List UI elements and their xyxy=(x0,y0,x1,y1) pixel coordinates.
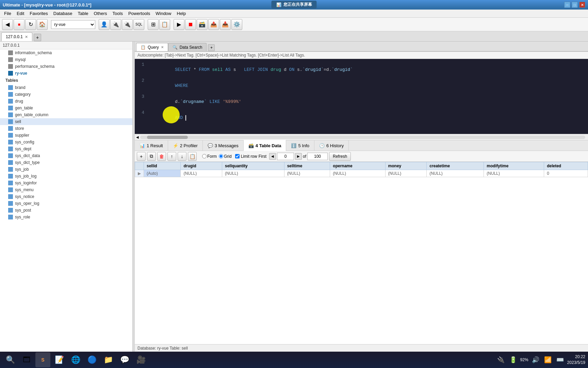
delete-row-button[interactable]: 🗑 xyxy=(157,152,166,161)
sidebar-item-brand[interactable]: brand xyxy=(0,84,132,91)
cell-deleted[interactable]: 0 xyxy=(544,170,588,177)
col-header-money[interactable]: money xyxy=(385,162,427,170)
sidebar-item-supplier[interactable]: supplier xyxy=(0,132,132,139)
taskbar-app-editor[interactable]: 📝 xyxy=(52,352,67,367)
sidebar-item-store[interactable]: store xyxy=(0,125,132,132)
connection-tab-1[interactable]: 127.0.0.1 ✕ xyxy=(1,32,32,41)
refresh-button[interactable]: Refresh xyxy=(329,152,351,161)
sidebar-item-ry-vue[interactable]: ry-vue xyxy=(0,70,132,77)
db-selector[interactable]: ry-vue xyxy=(51,20,95,29)
import-button[interactable]: 📥 xyxy=(220,19,231,30)
stop-query-button[interactable]: ⏹ xyxy=(185,19,196,30)
close-button[interactable]: ✕ xyxy=(579,2,585,8)
network-icon[interactable]: 📶 xyxy=(543,355,553,365)
form-radio-label[interactable]: Form xyxy=(202,154,217,159)
taskbar-app-zoom[interactable]: 🎥 xyxy=(133,352,148,367)
taskbar-app-ide[interactable]: 🔵 xyxy=(84,352,99,367)
refresh-button[interactable]: ↻ xyxy=(25,19,36,30)
taskbar-app-1[interactable]: 🗔 xyxy=(19,352,34,367)
form-button[interactable]: 📋 xyxy=(159,19,170,30)
scroll-left-button[interactable]: ◀ xyxy=(136,135,139,139)
sidebar-item-sys-loginfor[interactable]: sys_loginfor xyxy=(0,180,132,186)
sidebar-item-sys-config[interactable]: sys_config xyxy=(0,139,132,145)
nav-current-input[interactable] xyxy=(277,153,294,160)
tab-history[interactable]: 🕒 6 History xyxy=(314,140,349,151)
menu-database[interactable]: Database xyxy=(51,10,75,17)
export-button[interactable]: 📤 xyxy=(208,19,219,30)
keyboard-icon[interactable]: ⌨️ xyxy=(555,355,565,365)
grid-button[interactable]: ⊞ xyxy=(148,19,159,30)
sidebar-item-gen-table[interactable]: gen_table xyxy=(0,105,132,111)
sidebar-item-sys-dict-type[interactable]: sys_dict_type xyxy=(0,159,132,166)
menu-help[interactable]: Help xyxy=(174,10,189,17)
cell-opername[interactable]: (NULL) xyxy=(330,170,385,177)
tab-profiler[interactable]: ⚡ 2 Profiler xyxy=(168,140,203,151)
start-button[interactable]: 🔍 xyxy=(3,352,18,367)
cell-modifytime[interactable]: (NULL) xyxy=(484,170,544,177)
taskbar-app-sql[interactable]: S xyxy=(35,352,50,367)
col-header-modifytime[interactable]: modifytime xyxy=(484,162,544,170)
menu-others[interactable]: Others xyxy=(91,10,110,17)
table-view-button[interactable]: 🗃️ xyxy=(197,19,208,30)
close-tab-1-button[interactable]: ✕ xyxy=(25,35,28,39)
sidebar-item-sys-job-log[interactable]: sys_job_log xyxy=(0,173,132,180)
nav-next-button[interactable]: ▶ xyxy=(295,153,302,160)
disconnect-button[interactable]: 🔌 xyxy=(122,19,133,30)
sidebar-item-category[interactable]: category xyxy=(0,91,132,98)
add-row-button[interactable]: + xyxy=(137,152,146,161)
user-button[interactable]: 👤 xyxy=(99,19,110,30)
col-header-deleted[interactable]: deleted xyxy=(544,162,588,170)
sidebar-item-mysql[interactable]: mysql xyxy=(0,56,132,63)
sidebar-item-information-schema[interactable]: information_schema xyxy=(0,49,132,56)
form-radio[interactable] xyxy=(202,154,207,158)
sidebar-item-sys-menu[interactable]: sys_menu xyxy=(0,186,132,193)
sidebar-item-gen-table-column[interactable]: gen_table_column xyxy=(0,111,132,118)
menu-file[interactable]: File xyxy=(1,10,14,17)
nav-prev-button[interactable]: ◀ xyxy=(269,153,276,160)
taskbar-app-files[interactable]: 📁 xyxy=(101,352,116,367)
menu-edit[interactable]: Edit xyxy=(14,10,27,17)
settings-button[interactable]: ⚙️ xyxy=(231,19,242,30)
minimize-button[interactable]: ─ xyxy=(564,2,570,8)
cell-drugid[interactable]: (NULL) xyxy=(181,170,222,177)
tab-info[interactable]: ℹ️ 5 Info xyxy=(286,140,314,151)
connect-button[interactable]: 🔌 xyxy=(110,19,121,30)
sidebar-item-performance-schema[interactable]: performance_schema xyxy=(0,63,132,70)
taskbar-app-browser[interactable]: 🌐 xyxy=(68,352,83,367)
col-header-sellquantity[interactable]: sellquantity xyxy=(222,162,284,170)
taskbar-app-chat[interactable]: 💬 xyxy=(117,352,132,367)
sidebar-item-sell[interactable]: sell xyxy=(0,118,132,125)
cell-createtime[interactable]: (NULL) xyxy=(427,170,484,177)
col-header-drugid[interactable]: drugid xyxy=(181,162,222,170)
col-header-opername[interactable]: opername xyxy=(330,162,385,170)
add-tab-button[interactable]: + xyxy=(34,34,41,41)
h-scroll-track[interactable] xyxy=(140,136,585,139)
menu-tools[interactable]: Tools xyxy=(110,10,126,17)
new-query-button[interactable]: SQL xyxy=(133,19,144,30)
copy-button[interactable]: 📋 xyxy=(188,152,197,161)
tab-table-data[interactable]: 🗃️ 4 Table Data xyxy=(244,140,287,151)
volume-icon[interactable]: 🔊 xyxy=(530,355,541,365)
tab-data-search[interactable]: 🔍 Data Search xyxy=(168,43,207,51)
sidebar-item-drug[interactable]: drug xyxy=(0,98,132,105)
menu-favorites[interactable]: Favorites xyxy=(27,10,50,17)
close-query-tab-button[interactable]: ✕ xyxy=(161,45,164,49)
power-icon[interactable]: 🔌 xyxy=(496,355,506,365)
move-up-button[interactable]: ↑ xyxy=(167,152,176,161)
tab-query[interactable]: 📋 Query ✕ xyxy=(136,43,168,51)
grid-radio-label[interactable]: Grid xyxy=(219,154,232,159)
sidebar-item-sys-job[interactable]: sys_job xyxy=(0,166,132,173)
sidebar-item-sys-notice[interactable]: sys_notice xyxy=(0,193,132,200)
col-header-selltime[interactable]: selltime xyxy=(284,162,330,170)
sidebar-item-sys-dept[interactable]: sys_dept xyxy=(0,145,132,152)
sidebar-connection[interactable]: 127.0.0.1 xyxy=(0,42,132,49)
nav-total-input[interactable] xyxy=(307,153,328,160)
tab-messages[interactable]: 💬 3 Messages xyxy=(203,140,244,151)
stop-button[interactable]: ■ xyxy=(14,19,24,30)
menu-powertools[interactable]: Powertools xyxy=(126,10,153,17)
table-row[interactable]: ▶ (Auto) (NULL) (NULL) (NULL) (NULL) (NU… xyxy=(135,170,588,177)
tab-result[interactable]: 📊 1 Result xyxy=(135,140,168,151)
home-button[interactable]: 🏠 xyxy=(37,19,48,30)
sidebar-item-sys-dict-data[interactable]: sys_dict_data xyxy=(0,152,132,159)
taskbar-clock[interactable]: 20:22 2023/5/19 xyxy=(567,354,585,366)
